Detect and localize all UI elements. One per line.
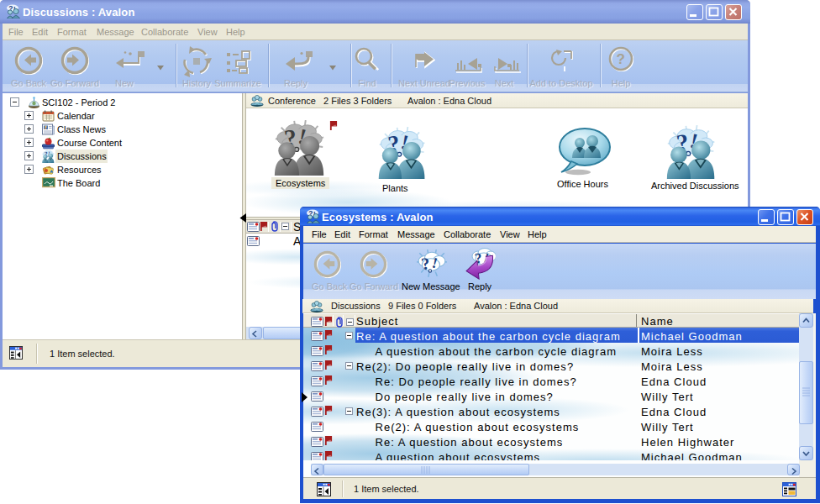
svg-text:?: ?: [617, 51, 625, 67]
